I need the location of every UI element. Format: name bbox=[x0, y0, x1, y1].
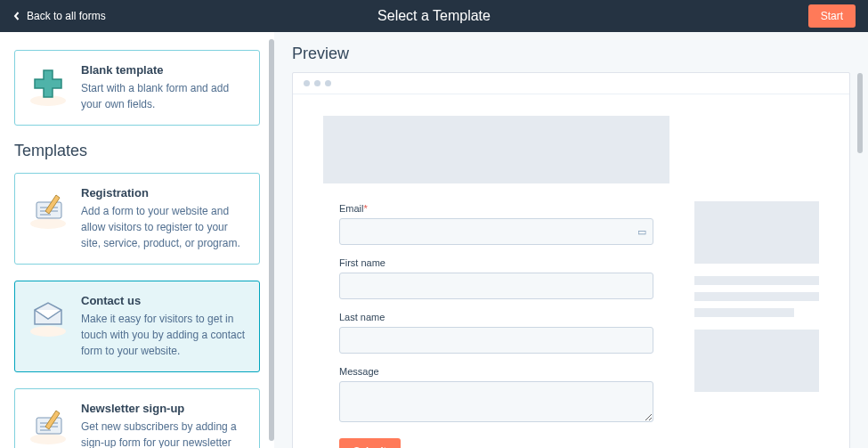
label-last-name: Last name bbox=[339, 312, 653, 322]
back-link[interactable]: Back to all forms bbox=[12, 10, 106, 22]
svg-point-4 bbox=[30, 434, 66, 444]
preview-pane: Preview Email* ▭ bbox=[274, 32, 868, 448]
svg-point-3 bbox=[30, 326, 66, 337]
svg-point-1 bbox=[30, 218, 66, 229]
label-email: Email* bbox=[339, 203, 653, 214]
browser-bar bbox=[293, 73, 849, 94]
card-title: Contact us bbox=[81, 294, 247, 307]
newsletter-icon bbox=[26, 402, 70, 446]
card-title: Registration bbox=[81, 186, 247, 200]
registration-icon bbox=[26, 186, 70, 231]
browser-mock: Email* ▭ First name Last name bbox=[292, 72, 850, 448]
template-card-newsletter[interactable]: Newsletter sign-up Get new subscribers b… bbox=[14, 388, 260, 448]
contact-card-icon: ▭ bbox=[637, 226, 646, 238]
field-email: Email* ▭ bbox=[339, 203, 653, 245]
sidebar: Blank template Start with a blank form a… bbox=[0, 32, 274, 448]
plus-icon bbox=[26, 63, 70, 108]
label-message: Message bbox=[339, 366, 653, 377]
section-title: Templates bbox=[14, 142, 260, 160]
skeleton-block bbox=[694, 330, 819, 392]
card-desc: Make it easy for visitors to get in touc… bbox=[81, 311, 247, 359]
card-desc: Get new subscribers by adding a sign-up … bbox=[81, 419, 247, 448]
back-label: Back to all forms bbox=[27, 10, 106, 22]
field-last-name: Last name bbox=[339, 312, 653, 354]
page-title: Select a Template bbox=[377, 8, 491, 24]
skeleton-block bbox=[694, 201, 819, 264]
sidebar-placeholder bbox=[694, 116, 819, 448]
input-last-name[interactable] bbox=[339, 327, 653, 354]
form-column: Email* ▭ First name Last name bbox=[323, 116, 669, 448]
chevron-left-icon bbox=[12, 12, 21, 20]
window-dot bbox=[304, 80, 310, 86]
preview-heading: Preview bbox=[292, 45, 850, 63]
start-button[interactable]: Start bbox=[808, 4, 856, 28]
main: Blank template Start with a blank form a… bbox=[0, 32, 868, 448]
topbar: Back to all forms Select a Template Star… bbox=[0, 0, 868, 32]
envelope-icon bbox=[26, 294, 70, 338]
input-email[interactable] bbox=[339, 218, 653, 245]
card-desc: Start with a blank form and add your own… bbox=[81, 80, 247, 112]
skeleton-line bbox=[694, 308, 794, 317]
template-card-contact[interactable]: Contact us Make it easy for visitors to … bbox=[14, 281, 260, 372]
template-card-registration[interactable]: Registration Add a form to your website … bbox=[14, 173, 260, 265]
browser-body: Email* ▭ First name Last name bbox=[293, 94, 849, 448]
window-dot bbox=[325, 80, 331, 86]
window-dot bbox=[314, 80, 320, 86]
skeleton-line bbox=[694, 292, 819, 301]
label-first-name: First name bbox=[339, 257, 653, 268]
field-first-name: First name bbox=[339, 257, 653, 299]
submit-button[interactable]: Submit bbox=[339, 438, 401, 448]
skeleton-line bbox=[694, 276, 819, 285]
input-message[interactable] bbox=[339, 381, 653, 422]
hero-placeholder bbox=[323, 116, 669, 183]
card-title: Newsletter sign-up bbox=[81, 402, 247, 415]
field-message: Message bbox=[339, 366, 653, 426]
card-title: Blank template bbox=[81, 63, 247, 77]
template-card-blank[interactable]: Blank template Start with a blank form a… bbox=[14, 50, 260, 126]
input-first-name[interactable] bbox=[339, 273, 653, 299]
card-desc: Add a form to your website and allow vis… bbox=[81, 203, 247, 251]
